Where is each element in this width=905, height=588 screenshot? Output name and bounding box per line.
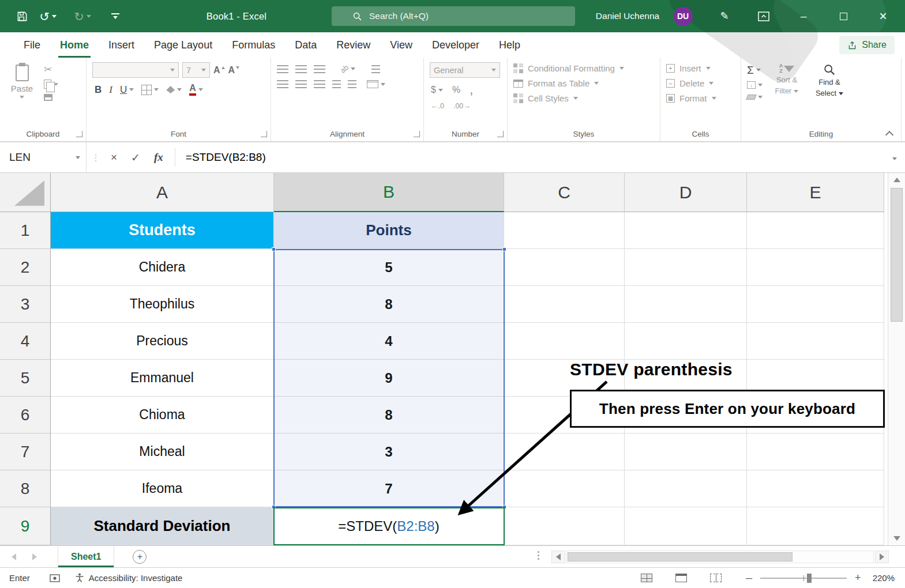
zoom-out-button[interactable]: –: [746, 571, 752, 585]
cell-B3[interactable]: 8: [274, 286, 504, 323]
new-sheet-button[interactable]: +: [133, 550, 147, 564]
scroll-right-button[interactable]: [875, 551, 889, 563]
cell-A3[interactable]: Theophilus: [51, 286, 274, 323]
sheet-tab-sheet1[interactable]: Sheet1: [58, 546, 114, 567]
cell-B2[interactable]: 5: [274, 249, 504, 286]
orientation-button[interactable]: ab: [340, 65, 355, 73]
row-header-6[interactable]: 6: [0, 397, 51, 434]
tab-scrollbar-splitter[interactable]: [538, 551, 539, 560]
cell-E8[interactable]: [747, 470, 884, 507]
font-name-combo[interactable]: [92, 62, 179, 78]
cell-E9[interactable]: [747, 507, 884, 545]
font-color-button[interactable]: A: [189, 84, 203, 96]
cell-A7[interactable]: Micheal: [51, 434, 274, 470]
column-header-D[interactable]: D: [625, 173, 747, 212]
cell-E3[interactable]: [747, 286, 884, 323]
tab-file[interactable]: File: [14, 32, 50, 58]
minimize-button[interactable]: –: [790, 0, 817, 32]
horizontal-scroll-thumb[interactable]: [568, 552, 793, 561]
cell-C7[interactable]: [504, 434, 625, 470]
align-right-button[interactable]: [314, 80, 325, 88]
delete-cells-button[interactable]: – Delete: [666, 78, 736, 88]
tab-formulas[interactable]: Formulas: [222, 32, 285, 58]
cell-C3[interactable]: [504, 286, 625, 323]
cancel-button[interactable]: ×: [104, 151, 124, 164]
scroll-left-button[interactable]: [551, 551, 565, 563]
row-header-8[interactable]: 8: [0, 470, 51, 507]
cell-C2[interactable]: [504, 249, 625, 286]
cell-A6[interactable]: Chioma: [51, 397, 274, 434]
cell-E4[interactable]: [747, 323, 884, 360]
account-name[interactable]: Daniel Uchenna: [589, 0, 666, 32]
align-middle-button[interactable]: [295, 65, 307, 73]
redo-button[interactable]: ↻: [73, 0, 92, 32]
row-header-4[interactable]: 4: [0, 323, 51, 360]
tab-data[interactable]: Data: [285, 32, 326, 58]
tab-home[interactable]: Home: [50, 32, 99, 58]
cell-C1[interactable]: [504, 212, 625, 249]
scroll-up-button[interactable]: [888, 173, 905, 187]
draw-sparkle-button[interactable]: ✎: [713, 0, 736, 32]
wrap-text-button[interactable]: [371, 65, 380, 73]
column-header-C[interactable]: C: [504, 173, 625, 212]
font-dialog-launcher[interactable]: [261, 131, 267, 137]
cell-D1[interactable]: [625, 212, 747, 249]
font-size-combo[interactable]: 7: [182, 62, 210, 78]
search-input[interactable]: Search (Alt+Q): [332, 6, 575, 26]
number-format-combo[interactable]: General: [430, 62, 500, 78]
paste-button[interactable]: Paste: [6, 65, 38, 99]
find-select-button[interactable]: Find & Select: [811, 62, 848, 100]
zoom-slider-thumb[interactable]: [807, 574, 812, 583]
cell-B6[interactable]: 8: [274, 397, 504, 434]
row-header-9[interactable]: 9: [0, 507, 51, 545]
maximize-button[interactable]: [830, 0, 857, 32]
save-button[interactable]: [13, 0, 31, 32]
cell-D9[interactable]: [625, 507, 747, 545]
decrease-decimal-button[interactable]: .00→: [453, 102, 471, 110]
cell-D7[interactable]: [625, 434, 747, 470]
cell-B8[interactable]: 7: [274, 470, 504, 507]
undo-button[interactable]: ↺: [38, 0, 58, 32]
format-as-table-button[interactable]: Format as Table: [513, 78, 655, 88]
row-header-5[interactable]: 5: [0, 360, 51, 397]
accessibility-status-label[interactable]: Accessibility: Investigate: [89, 573, 183, 583]
cell-C8[interactable]: [504, 470, 625, 507]
cell-C9[interactable]: [504, 507, 625, 545]
cell-D3[interactable]: [625, 286, 747, 323]
name-box[interactable]: LEN: [0, 142, 87, 172]
expand-formula-bar-button[interactable]: [892, 152, 905, 163]
macro-record-button[interactable]: [50, 574, 60, 582]
fill-color-button[interactable]: [166, 86, 182, 93]
tab-page-layout[interactable]: Page Layout: [144, 32, 222, 58]
bold-button[interactable]: B: [95, 85, 102, 95]
share-button[interactable]: Share: [839, 36, 895, 54]
cell-E7[interactable]: [747, 434, 884, 470]
customize-quick-access-button[interactable]: [107, 0, 123, 32]
page-break-preview-button[interactable]: [710, 574, 722, 582]
cell-B5[interactable]: 9: [274, 360, 504, 397]
cell-D4[interactable]: [625, 323, 747, 360]
align-center-button[interactable]: [295, 80, 307, 88]
fill-button[interactable]: ↓: [747, 81, 763, 89]
scroll-down-button[interactable]: [888, 532, 905, 545]
enter-button[interactable]: ✓: [124, 151, 147, 164]
cell-A8[interactable]: Ifeoma: [51, 470, 274, 507]
tab-developer[interactable]: Developer: [422, 32, 489, 58]
conditional-formatting-button[interactable]: Conditional Formatting: [513, 63, 655, 73]
borders-button[interactable]: [141, 85, 159, 95]
percent-format-button[interactable]: %: [452, 85, 460, 95]
ribbon-display-options-button[interactable]: [751, 0, 776, 32]
clipboard-dialog-launcher[interactable]: [76, 131, 82, 137]
insert-function-button[interactable]: fx: [147, 151, 170, 164]
tab-help[interactable]: Help: [489, 32, 530, 58]
insert-cells-button[interactable]: + Insert: [666, 63, 736, 73]
accessibility-checker-button[interactable]: [75, 573, 84, 583]
cell-B1[interactable]: Points: [274, 212, 504, 249]
zoom-level-label[interactable]: 220%: [873, 573, 895, 583]
cell-D8[interactable]: [625, 470, 747, 507]
number-dialog-launcher[interactable]: [497, 131, 504, 137]
copy-button[interactable]: [44, 80, 81, 89]
vertical-scrollbar[interactable]: [888, 173, 905, 545]
cell-B7[interactable]: 3: [274, 434, 504, 470]
horizontal-scrollbar[interactable]: [551, 551, 889, 563]
